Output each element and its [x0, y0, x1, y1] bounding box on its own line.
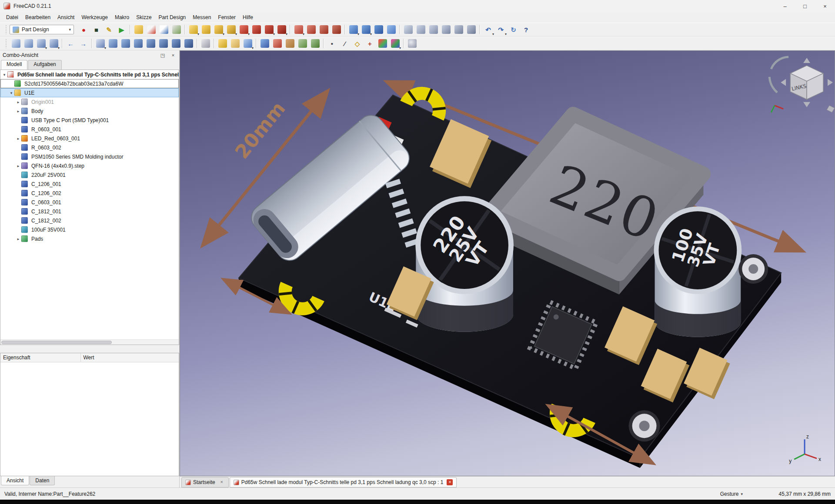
pd-boolean-button[interactable]: ▾ — [385, 24, 397, 36]
tree-expander-icon[interactable]: ▸ — [15, 164, 21, 168]
document-tab[interactable]: Startseite × — [181, 477, 229, 487]
undo-button[interactable]: ↶ ▾ — [482, 24, 494, 36]
pd-polar-pattern-button[interactable]: ▾ — [373, 24, 384, 36]
sketch-reorient-button[interactable]: ▾ — [453, 24, 464, 36]
menu-item[interactable]: Part Design — [155, 13, 190, 22]
sketch-validate-button[interactable]: ▾ — [415, 24, 427, 36]
capacitor-220uf[interactable]: 220 25V VT — [415, 196, 514, 332]
tree-item[interactable]: C_1812_002 — [0, 216, 179, 225]
nav-forward-button[interactable]: → ▾ — [77, 38, 89, 50]
combo-tab[interactable]: Aufgaben — [28, 60, 61, 70]
sketch-merge-button[interactable]: ▾ — [428, 24, 439, 36]
pd-create-sketch-button[interactable]: ▾ — [145, 24, 157, 36]
part-cube-button[interactable]: ▾ — [259, 38, 271, 50]
tree-item[interactable]: R_0603_001 — [0, 125, 179, 134]
property-view-tab[interactable]: Daten — [30, 476, 55, 485]
fit-all-button[interactable]: ▾ — [10, 38, 22, 50]
view-rear-button[interactable]: ▾ — [157, 38, 169, 50]
menu-item[interactable]: Messen — [189, 13, 214, 22]
create-point-button[interactable]: • ▾ — [326, 38, 338, 50]
float-panel-icon[interactable]: ◳ — [159, 53, 166, 58]
toolbar-grip[interactable] — [4, 39, 8, 48]
datum-tools-button[interactable]: ▾ — [389, 38, 401, 50]
sketch-check-button[interactable]: ▾ — [402, 24, 414, 36]
menu-item[interactable]: Skizze — [133, 13, 155, 22]
view-top-button[interactable]: ▾ — [132, 38, 144, 50]
pd-edit-sketch-button[interactable]: ▾ — [158, 24, 170, 36]
pd-additive-pipe-button[interactable]: ▾ — [225, 24, 237, 36]
tree-item[interactable]: C_1812_001 — [0, 207, 179, 216]
nav-back-button[interactable]: ← ▾ — [65, 38, 77, 50]
minimize-button[interactable]: – — [775, 0, 795, 12]
tree-item[interactable]: PSM1050 Series SMD Molding inductor — [0, 152, 179, 161]
menu-item[interactable]: Hilfe — [239, 13, 257, 22]
view-left-button[interactable]: ▾ — [183, 38, 194, 50]
tree-item[interactable]: C_1206_002 — [0, 189, 179, 198]
menu-item[interactable]: Datei — [3, 13, 22, 22]
tree-item[interactable]: C_1206_001 — [0, 179, 179, 189]
navigation-style-selector[interactable]: Gesture ▾ — [717, 490, 746, 498]
view-bottom-button[interactable]: ▾ — [170, 38, 182, 50]
pd-chamfer-button[interactable]: ▾ — [305, 24, 317, 36]
menu-item[interactable]: Makro — [111, 13, 133, 22]
select-view-button[interactable]: ▾ — [48, 38, 60, 50]
tree-expander-icon[interactable]: ▸ — [15, 109, 21, 113]
fit-selection-button[interactable]: ▾ — [23, 38, 34, 50]
shape-binder-button[interactable]: ▾ — [297, 38, 308, 50]
maximize-button[interactable]: □ — [795, 0, 815, 12]
property-column-header[interactable]: Eigenschaft — [0, 353, 81, 362]
view-front-button[interactable]: ▾ — [120, 38, 131, 50]
capacitor-100uf[interactable]: 100 35V VT — [654, 206, 742, 337]
tree-item[interactable]: ▸ LED_Red_0603_001 — [0, 134, 179, 143]
tree-expander-icon[interactable]: ▸ — [15, 100, 21, 104]
menu-item[interactable]: Fenster — [214, 13, 239, 22]
tree-item[interactable]: ▾ Pd65w Schnell lade modul Typ-C-Schnitt… — [0, 70, 179, 79]
import-button[interactable]: ▾ — [271, 38, 283, 50]
menu-item[interactable]: Bearbeiten — [22, 13, 54, 22]
tree-expander-icon[interactable]: ▾ — [8, 91, 14, 95]
make-link-button[interactable]: ▾ — [242, 38, 254, 50]
pd-pocket-button[interactable]: ▾ — [238, 24, 250, 36]
tree-item[interactable]: ▸ QFN-16 (4x4x0.9).step — [0, 161, 179, 170]
close-panel-icon[interactable]: × — [170, 53, 177, 58]
close-button[interactable]: × — [815, 0, 835, 12]
draw-style-button[interactable]: ▾ — [35, 38, 47, 50]
tree-item[interactable]: C_0603_001 — [0, 198, 179, 207]
navigation-cube[interactable]: LINKS — [769, 57, 835, 113]
view-isometric-button[interactable]: ▾ — [107, 38, 119, 50]
tree-expander-icon[interactable]: ▸ — [15, 237, 21, 241]
tree-item[interactable]: 220uF 25V001 — [0, 170, 179, 179]
tree-expander-icon[interactable]: ▸ — [15, 136, 21, 141]
pd-create-body-button[interactable]: ▾ — [133, 24, 144, 36]
close-tab-icon[interactable]: × — [219, 479, 225, 485]
macro-stop-button[interactable]: ■ ▾ — [90, 24, 102, 36]
refresh-button[interactable]: ↻ ▾ — [508, 24, 519, 36]
pd-additive-loft-button[interactable]: ▾ — [213, 24, 224, 36]
close-tab-icon[interactable]: × — [447, 479, 453, 485]
tree-item[interactable]: ▸ Body — [0, 106, 179, 116]
panel-splitter[interactable] — [0, 345, 179, 353]
create-group-button[interactable]: ▾ — [229, 38, 241, 50]
pd-mirrored-button[interactable]: ▾ — [347, 24, 359, 36]
create-plane-button[interactable]: ◇ ▾ — [351, 38, 363, 50]
tree-item[interactable]: 100uF 35V001 — [0, 225, 179, 234]
redo-button[interactable]: ↷ ▾ — [495, 24, 507, 36]
measure-button[interactable]: ▾ — [200, 38, 211, 50]
combo-tab[interactable]: Modell — [1, 60, 27, 70]
pd-fillet-button[interactable]: ▾ — [293, 24, 304, 36]
sub-shape-binder-button[interactable]: ▾ — [309, 38, 321, 50]
property-view-tab[interactable]: Ansicht — [1, 476, 29, 485]
view-right-button[interactable]: ▾ — [145, 38, 157, 50]
value-column-header[interactable]: Wert — [81, 353, 179, 362]
macro-record-button[interactable]: ● ▾ — [78, 24, 90, 36]
create-axis-cross-button[interactable]: + ▾ — [364, 38, 376, 50]
pd-groove-button[interactable]: ▾ — [263, 24, 275, 36]
sketch-mirror-button[interactable]: ▾ — [440, 24, 452, 36]
toolbar-grip[interactable] — [4, 25, 8, 34]
tree-item[interactable]: USB Type C Port (SMD Type)001 — [0, 116, 179, 125]
pd-linear-pattern-button[interactable]: ▾ — [360, 24, 372, 36]
tree-horizontal-scrollbar[interactable] — [0, 339, 179, 345]
workbench-selector[interactable]: Part Design ▾ — [10, 25, 74, 34]
pd-pad-button[interactable]: ▾ — [187, 24, 199, 36]
sketch-tools-button[interactable]: ▾ — [465, 24, 477, 36]
